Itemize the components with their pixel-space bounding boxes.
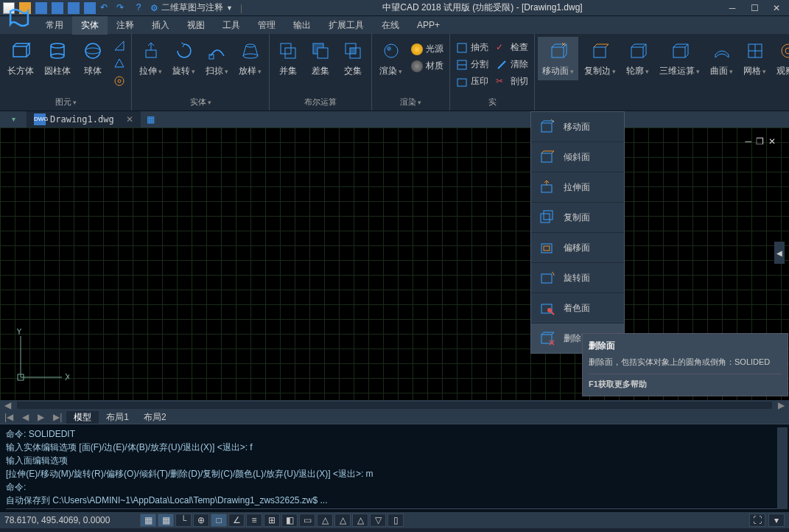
save-icon[interactable] (35, 2, 47, 14)
check-button[interactable]: ✓检查 (493, 40, 531, 55)
union-button[interactable]: 并集 (273, 37, 304, 80)
tab-common[interactable]: 常用 (37, 16, 72, 35)
dd-offset-face[interactable]: 偏移面 (531, 233, 624, 263)
inner-minimize[interactable]: ─ (745, 136, 751, 147)
dd-rotate-face[interactable]: 旋转面 (531, 263, 624, 293)
tab-app[interactable]: APP+ (408, 17, 449, 33)
plot-icon[interactable] (68, 2, 80, 14)
cylinder-button[interactable]: 圆柱体 (40, 37, 75, 80)
layout-model[interactable]: 模型 (66, 411, 99, 424)
group-solid-label[interactable]: 实体 (135, 95, 266, 109)
scroll-left[interactable]: ◀ (0, 400, 15, 410)
tab-close-icon[interactable]: ✕ (126, 114, 133, 125)
cone-icon[interactable] (113, 57, 125, 69)
tab-output[interactable]: 输出 (284, 16, 320, 35)
tab-solid[interactable]: 实体 (72, 16, 108, 35)
sb-misc[interactable]: ▯ (388, 514, 404, 527)
material-button[interactable]: 材质 (408, 58, 446, 74)
surface-button[interactable]: 曲面 (706, 37, 737, 80)
moveface-button[interactable]: 移动面 (538, 37, 578, 80)
subtract-button[interactable]: 差集 (305, 37, 336, 80)
sb-osnap[interactable]: □ (211, 514, 227, 527)
tab-insert[interactable]: 插入 (143, 16, 178, 35)
maximize-button[interactable]: ☐ (745, 1, 764, 15)
revolve-button[interactable]: 旋转 (168, 37, 200, 80)
preview-icon[interactable] (84, 2, 96, 14)
slice-button[interactable]: 分割 (453, 57, 491, 72)
cmd-scrollbar[interactable] (777, 427, 788, 509)
sb-expand[interactable]: ⛶ (749, 514, 765, 527)
observe-button[interactable]: 观察 (772, 37, 789, 80)
dd-extrude-face[interactable]: 拉伸面 (531, 172, 624, 203)
sphere-button[interactable]: 球体 (77, 37, 109, 80)
sb-ann2[interactable]: △ (334, 514, 351, 527)
shell-button[interactable]: 抽壳 (453, 40, 491, 55)
sb-grid[interactable]: ▦ (158, 514, 174, 527)
silhouette-button[interactable]: 轮廓 (622, 37, 653, 80)
tab-tools[interactable]: 工具 (214, 16, 249, 35)
copyedge-button[interactable]: 复制边 (580, 37, 620, 80)
workspace-selector[interactable]: ⚙ 二维草图与注释 ▼ | (150, 1, 242, 14)
sb-lwt[interactable]: ≡ (246, 514, 262, 527)
sb-cycle[interactable]: ◧ (281, 514, 298, 527)
lt-last[interactable]: ▶| (49, 412, 66, 422)
loft-button[interactable]: 放样 (234, 37, 266, 80)
lt-prev[interactable]: ◀ (18, 412, 33, 422)
sb-ann[interactable]: △ (317, 514, 333, 527)
lt-first[interactable]: |◀ (0, 412, 18, 422)
tab-view[interactable]: 视图 (178, 16, 214, 35)
tab-manage[interactable]: 管理 (249, 16, 284, 35)
minimize-button[interactable]: ─ (723, 1, 742, 15)
sb-ortho[interactable]: └ (175, 514, 192, 527)
intersect-button[interactable]: 交集 (337, 37, 368, 80)
clean-button[interactable]: 清除 (493, 57, 531, 72)
help-icon[interactable]: ? (133, 2, 144, 14)
new-tab-button[interactable]: ▦ (141, 114, 161, 125)
wedge-icon[interactable] (113, 40, 125, 52)
sb-polar[interactable]: ⊕ (193, 514, 209, 527)
inner-close[interactable]: ✕ (768, 136, 776, 147)
3dop-button[interactable]: 三维运算 (655, 37, 704, 80)
undo-icon[interactable]: ↶ (100, 2, 112, 14)
light-button[interactable]: 光源 (408, 41, 446, 57)
section-button[interactable]: ✂剖切 (493, 74, 531, 89)
layout-2[interactable]: 布局2 (136, 411, 174, 424)
command-window[interactable]: 命令: SOLIDEDIT 输入实体编辑选项 [面(F)/边(E)/体(B)/放… (0, 424, 789, 512)
saveall-icon[interactable] (52, 2, 63, 14)
tab-online[interactable]: 在线 (373, 16, 408, 35)
dd-copy-face[interactable]: 复制面 (531, 203, 624, 233)
render-button[interactable]: 渲染 (375, 37, 407, 80)
torus-icon[interactable] (113, 75, 125, 87)
mesh-button[interactable]: 网格 (739, 37, 771, 80)
close-button[interactable]: ✕ (767, 1, 786, 15)
sb-dyn[interactable]: ⊞ (264, 514, 280, 527)
inner-restore[interactable]: ❐ (756, 136, 764, 147)
group-render-label[interactable]: 渲染 (375, 95, 446, 109)
extrude-button[interactable]: 拉伸 (135, 37, 166, 80)
sb-menu[interactable]: ▾ (768, 514, 785, 527)
cmd-prompt[interactable]: 命令: (6, 508, 783, 512)
sweep-button[interactable]: 扫掠 (201, 37, 233, 80)
panel-toggle[interactable]: ◀ (774, 242, 785, 264)
lt-next[interactable]: ▶ (33, 412, 49, 422)
group-boolean-label: 布尔运算 (273, 95, 368, 109)
layout-1[interactable]: 布局1 (99, 411, 136, 424)
sb-ann3[interactable]: △ (352, 514, 368, 527)
sb-model[interactable]: ▭ (299, 514, 315, 527)
scroll-right[interactable]: ▶ (774, 400, 789, 410)
tab-annotate[interactable]: 注释 (108, 16, 143, 35)
sb-snap[interactable]: ▦ (140, 514, 156, 527)
canvas-scrollbar-h[interactable]: ◀ ▶ (0, 400, 789, 410)
dd-taper-face[interactable]: 倾斜面 (531, 142, 624, 172)
box-button[interactable]: 长方体 (3, 37, 38, 80)
app-logo[interactable] (4, 3, 34, 32)
dd-move-face[interactable]: 移动面 (531, 112, 624, 142)
dd-color-face[interactable]: 着色面 (531, 293, 624, 323)
sb-otrack[interactable]: ∠ (228, 514, 245, 527)
redo-icon[interactable]: ↷ (116, 2, 128, 14)
group-primitives-label[interactable]: 图元 (3, 95, 128, 109)
sb-iso[interactable]: ▽ (370, 514, 386, 527)
tab-extend[interactable]: 扩展工具 (320, 16, 373, 35)
imprint-button[interactable]: 压印 (453, 74, 491, 89)
document-tab[interactable]: DWG Drawing1.dwg ✕ (27, 111, 141, 127)
